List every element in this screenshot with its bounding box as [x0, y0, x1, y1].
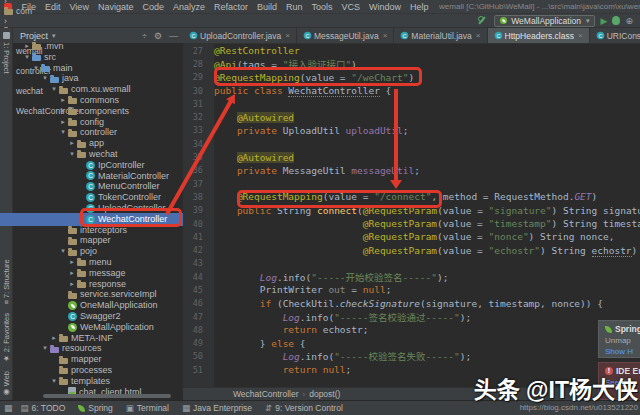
- tree-item-controller[interactable]: ▾controller: [13, 127, 183, 138]
- tree-item-label: META-INF: [71, 333, 113, 344]
- notification-spring[interactable]: Spring Unmap Show H: [598, 320, 640, 358]
- javaee-icon: ▦: [182, 403, 190, 413]
- tree-item-tokencontroller[interactable]: TokenController: [13, 192, 183, 203]
- tree-item-ipcontroller[interactable]: IpController: [13, 160, 183, 171]
- chevron-down-icon[interactable]: ▾: [31, 63, 41, 74]
- tree-item-meta-inf[interactable]: ▸META-INF: [13, 333, 183, 344]
- code-line-37: 37: [183, 177, 640, 190]
- tree-item-service.serviceimpl[interactable]: service.serviceImpl: [13, 289, 183, 300]
- close-icon[interactable]: ×: [476, 31, 481, 40]
- tree-item-templates[interactable]: ▾templates: [13, 376, 183, 387]
- menu-item-window[interactable]: Window: [365, 2, 406, 12]
- tree-item-onemallapplication[interactable]: OneMallApplication: [13, 300, 183, 311]
- menu-item-tools[interactable]: Tools: [307, 2, 337, 12]
- build-wrench-icon[interactable]: [477, 16, 486, 25]
- close-icon[interactable]: ×: [285, 31, 290, 40]
- stripe-button-web[interactable]: ◉ Web: [2, 371, 11, 397]
- tree-item-mapper[interactable]: mapper: [13, 354, 183, 365]
- tree-item-config[interactable]: ▸config: [13, 117, 183, 128]
- tab-uriconstant-java[interactable]: URIConstant.java×: [590, 28, 640, 43]
- hide-panel-icon[interactable]: —: [169, 31, 178, 41]
- tree-item-com.xu.wemall[interactable]: ▾com.xu.wemall: [13, 84, 183, 95]
- chevron-right-icon[interactable]: ▸: [58, 95, 68, 106]
- statusbar-item-spring[interactable]: Spring: [78, 403, 113, 413]
- tree-item-processes[interactable]: processes: [13, 365, 183, 376]
- tree-item-resources[interactable]: ▾resources: [13, 343, 183, 354]
- coverage-button[interactable]: ⊕: [625, 15, 633, 27]
- chevron-down-icon[interactable]: ▾: [58, 127, 68, 138]
- toolwindow-switcher-icon[interactable]: ▦: [4, 403, 13, 413]
- tree-item-menu[interactable]: ▸menu: [13, 257, 183, 268]
- chevron-right-icon[interactable]: ▸: [67, 257, 77, 268]
- tree-item-message[interactable]: ▸message: [13, 268, 183, 279]
- tree-item-wechat[interactable]: ▾wechat: [13, 149, 183, 160]
- chevron-right-icon[interactable]: ▸: [22, 41, 32, 52]
- code-text: @RequestParam(value = "echostr") String …: [214, 245, 640, 256]
- gear-icon[interactable]: ⚙: [154, 31, 162, 41]
- statusbar-item-todo[interactable]: ▤6: TODO: [21, 403, 66, 413]
- chevron-down-icon[interactable]: ▾: [67, 149, 77, 160]
- tree-item-src[interactable]: ▾src: [13, 52, 183, 63]
- tree-horizontal-scrollbar[interactable]: [43, 394, 171, 398]
- breadcrumb-member[interactable]: dopost(): [309, 389, 340, 399]
- notification-link[interactable]: Show H: [605, 347, 640, 356]
- debug-button[interactable]: [612, 16, 620, 25]
- tree-item-swagger2[interactable]: Swagger2: [13, 311, 183, 322]
- chevron-right-icon[interactable]: ▸: [67, 138, 77, 149]
- stripe-project-button[interactable]: 1: Project: [2, 42, 11, 74]
- tree-item-menucontroller[interactable]: MenuController: [13, 181, 183, 192]
- chevron-right-icon[interactable]: ▸: [67, 268, 77, 279]
- menu-item-vcs[interactable]: VCS: [337, 2, 365, 12]
- chevron-down-icon[interactable]: ▾: [49, 376, 59, 387]
- tree-item-java[interactable]: ▾java: [13, 73, 183, 84]
- collapse-all-icon[interactable]: ÷: [142, 31, 147, 41]
- menu-item-help[interactable]: Help: [406, 2, 434, 12]
- code-view[interactable]: 27@RestController28@Api(tags = "接入验证接口")…: [183, 44, 640, 387]
- run-configuration-select[interactable]: WeMallApplication ▾: [494, 15, 594, 27]
- stripe-button-structure[interactable]: ≡ 7: Structure: [2, 259, 11, 304]
- chevron-down-icon[interactable]: ▾: [40, 343, 50, 354]
- close-icon[interactable]: ×: [383, 31, 388, 40]
- tab-uploadcontroller-java[interactable]: UploadController.java×: [183, 28, 297, 43]
- tree-item-app[interactable]: ▸app: [13, 138, 183, 149]
- close-icon[interactable]: ×: [578, 31, 583, 40]
- tab-materialutil-java[interactable]: MaterialUtil.java×: [394, 28, 487, 43]
- tree-item-materialcontroller[interactable]: MaterialController: [13, 171, 183, 182]
- chevron-down-icon[interactable]: ▾: [58, 246, 68, 257]
- menu-item-analyze[interactable]: Analyze: [168, 2, 209, 12]
- tree-item-pojo[interactable]: ▾pojo: [13, 246, 183, 257]
- chevron-right-icon[interactable]: ▸: [49, 333, 59, 344]
- menu-item-build[interactable]: Build: [252, 2, 281, 12]
- breadcrumb-class[interactable]: WechatController: [233, 389, 299, 399]
- chevron-right-icon[interactable]: ▸: [58, 117, 68, 128]
- menu-item-refactor[interactable]: Refactor: [209, 2, 252, 12]
- tab-httpheaders-class[interactable]: HttpHeaders.class×: [488, 28, 590, 43]
- tree-item-commons[interactable]: ▸commons: [13, 95, 183, 106]
- chevron-down-icon[interactable]: ▾: [49, 84, 59, 95]
- tree-item-components[interactable]: ▸components: [13, 106, 183, 117]
- line-number: 49: [183, 338, 207, 348]
- tab-messageutil-java[interactable]: MessageUtil.java×: [297, 28, 394, 43]
- run-button[interactable]: ▶: [601, 15, 608, 27]
- menu-item-run[interactable]: Run: [282, 2, 308, 12]
- tree-item-label: components: [80, 106, 129, 117]
- stripe-button-favorites[interactable]: ★ 2: Favorites: [2, 313, 11, 363]
- breadcrumb-item-com[interactable]: com: [4, 6, 82, 16]
- tree-item-mapper[interactable]: mapper: [13, 235, 183, 246]
- code-line-36: 36 private MessageUtil messageUtil;: [183, 164, 640, 177]
- statusbar-item-terminal[interactable]: ▣Terminal: [126, 403, 169, 413]
- menu-item-navigate[interactable]: Navigate: [93, 2, 138, 12]
- chevron-right-icon[interactable]: ▸: [58, 106, 68, 117]
- chevron-down-icon[interactable]: ▾: [40, 73, 50, 84]
- tree-item-.mvn[interactable]: ▸.mvn: [13, 41, 183, 52]
- tree-item-label: pojo: [80, 246, 97, 257]
- tree-item-response[interactable]: ▸response: [13, 279, 183, 290]
- statusbar-item-vcs[interactable]: ⇵9: Version Control: [265, 403, 343, 413]
- chevron-down-icon[interactable]: ▾: [22, 52, 32, 63]
- tree-item-wemallapplication[interactable]: WeMallApplication: [13, 322, 183, 333]
- line-number: 44: [183, 272, 207, 282]
- chevron-right-icon[interactable]: ▸: [67, 279, 77, 290]
- statusbar-item-javaee[interactable]: ▦Java Enterprise: [182, 403, 252, 413]
- menu-item-code[interactable]: Code: [138, 2, 169, 12]
- tree-item-main[interactable]: ▾main: [13, 63, 183, 74]
